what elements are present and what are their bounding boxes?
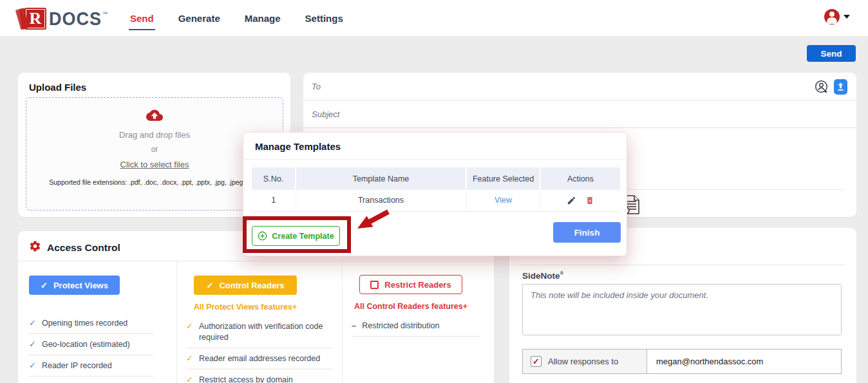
edit-pencil-icon[interactable] [567,196,576,205]
dash-icon: – [352,320,356,332]
modal-title: Manage Templates [243,133,627,160]
check-icon: ✓ [29,339,36,350]
nav-item-manage[interactable]: Manage [243,9,282,28]
nav-item-generate[interactable]: Generate [177,9,222,28]
rdocs-send-page: R DOCS ™ Send Generate Manage Settings S… [0,0,868,383]
feature-item: ✓Opening times recorded [29,313,153,334]
create-template-button[interactable]: Create Template [252,226,340,246]
check-icon: ✓ [29,360,36,371]
protect-views-button[interactable]: ✓ Protect Views [29,276,120,295]
main-nav: Send Generate Manage Settings [129,0,344,37]
nav-item-settings[interactable]: Settings [304,9,344,28]
feature-item: ✓Authorization with verification code re… [186,316,333,348]
allow-responses-email-input[interactable] [647,350,841,373]
control-readers-button[interactable]: ✓ Control Readers [194,276,297,295]
col-header-actions: Actions [540,167,620,190]
all-control-readers-features-link[interactable]: All Control Readers features+ [343,302,479,311]
access-control-icon [29,240,41,255]
logo-text-cs: CS [77,8,102,30]
feature-item: ✓Reader IP recorded [29,355,153,377]
logo-r-mark: R [24,8,46,30]
rdocs-logo[interactable]: R DOCS ™ [18,6,108,32]
col-header-feature-selected: Feature Selected [466,167,540,190]
upload-files-title: Upload Files [29,82,290,93]
allow-responses-label: Allow responses to [548,357,618,366]
to-input[interactable] [312,73,699,100]
check-icon: ✓ [206,281,213,290]
restrict-readers-button[interactable]: Restrict Readers [359,275,462,294]
check-icon: ✓ [186,353,193,364]
check-icon: ✓ [41,281,48,290]
feature-item: ✓Geo-location (estimated) [29,334,153,355]
check-icon: ✓ [29,317,36,329]
table-header-row: S.No. Template Name Feature Selected Act… [252,167,620,190]
manage-templates-modal: Manage Templates S.No. Template Name Fea… [243,132,627,256]
logo-trademark: ™ [102,11,108,17]
user-account-menu[interactable] [824,9,850,24]
feature-item: ✓Restrict access by IP [29,377,153,383]
finish-button[interactable]: Finish [553,222,621,243]
subject-input[interactable] [312,100,699,127]
subject-field-row [303,100,856,128]
access-control-title: Access Control [47,242,120,254]
sidenote-label: SideNote [522,271,560,281]
delete-trash-icon[interactable] [585,196,594,205]
sidenote-textarea[interactable] [522,284,842,335]
templates-table: S.No. Template Name Feature Selected Act… [252,167,620,212]
cell-sno: 1 [252,190,296,211]
top-navigation-bar: R DOCS ™ Send Generate Manage Settings [0,0,868,37]
col-header-template-name: Template Name [296,167,466,190]
cell-template-name: Transactions [296,190,466,211]
logo-pages-icon [18,7,27,30]
sidenote-divider [520,265,846,265]
chevron-down-icon [844,15,850,19]
restrict-readers-column: Restrict Readers All Control Readers fea… [343,261,495,383]
select-contact-icon[interactable] [814,79,829,95]
click-select-files-link[interactable]: Click to select files [120,160,189,169]
user-avatar-icon [824,9,840,24]
check-icon: ✓ [29,381,36,383]
view-link[interactable]: View [495,196,512,205]
upload-recipients-icon[interactable] [834,79,847,95]
circle-plus-icon [258,231,267,241]
feature-item: –Restricted distribution [352,315,480,337]
cloud-upload-icon [26,108,283,124]
logo-lock-o-icon: O [62,8,77,30]
all-protect-views-features-link[interactable]: All Protect Views features+ [177,303,314,312]
allow-responses-group: ✓ Allow responses to [522,349,842,374]
check-icon: ✓ [186,374,193,383]
allow-responses-checkbox[interactable]: ✓ [531,356,542,367]
check-icon: ✓ [186,321,193,332]
logo-text-d: D [49,8,62,30]
control-readers-column: ✓ Control Readers All Protect Views feat… [177,261,343,383]
protect-views-column: ✓ Protect Views ✓Opening times recorded … [18,261,177,383]
feature-item: ✓Restrict access by domain [186,369,333,383]
feature-item: ✓Reader email addresses recorded [186,348,333,369]
to-field-row [303,73,856,100]
registered-mark: ® [560,270,564,276]
unchecked-checkbox-icon [370,281,379,289]
table-row: 1 Transactions View [252,190,620,211]
send-button[interactable]: Send [807,45,856,62]
nav-item-send[interactable]: Send [129,9,155,28]
col-header-sno: S.No. [252,167,296,190]
